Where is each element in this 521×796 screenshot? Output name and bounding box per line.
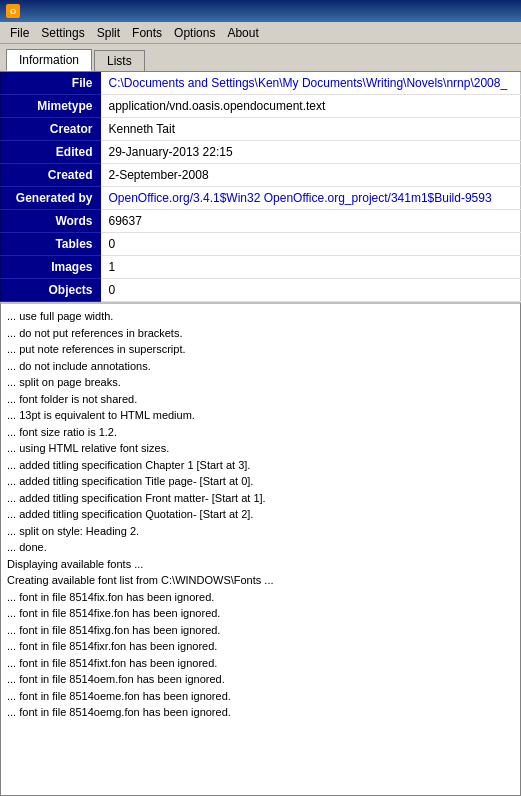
tab-lists[interactable]: Lists <box>94 50 145 71</box>
info-row-7: Tables0 <box>1 233 521 256</box>
info-value-8: 1 <box>101 256 521 279</box>
tab-bar: InformationLists <box>0 44 521 72</box>
log-line: Displaying available fonts ... <box>7 556 514 573</box>
log-line: ... font in file 8514oem.fon has been ig… <box>7 671 514 688</box>
menu-item-split[interactable]: Split <box>91 24 126 42</box>
log-line: ... font in file 8514fixe.fon has been i… <box>7 605 514 622</box>
info-label-3: Edited <box>1 141 101 164</box>
log-line: ... done. <box>7 539 514 556</box>
title-bar: O <box>0 0 521 22</box>
log-line: ... do not include annotations. <box>7 358 514 375</box>
menu-item-file[interactable]: File <box>4 24 35 42</box>
log-line: ... using HTML relative font sizes. <box>7 440 514 457</box>
main-content: FileC:\Documents and Settings\Ken\My Doc… <box>0 72 521 796</box>
info-label-1: Mimetype <box>1 95 101 118</box>
log-line: ... do not put references in brackets. <box>7 325 514 342</box>
info-label-4: Created <box>1 164 101 187</box>
info-label-9: Objects <box>1 279 101 302</box>
info-value-2: Kenneth Tait <box>101 118 521 141</box>
info-table: FileC:\Documents and Settings\Ken\My Doc… <box>0 72 521 302</box>
log-line: ... 13pt is equivalent to HTML medium. <box>7 407 514 424</box>
info-label-6: Words <box>1 210 101 233</box>
menu-item-about[interactable]: About <box>221 24 264 42</box>
log-line: ... use full page width. <box>7 308 514 325</box>
menu-item-fonts[interactable]: Fonts <box>126 24 168 42</box>
log-line: ... font in file 8514fixr.fon has been i… <box>7 638 514 655</box>
info-row-2: CreatorKenneth Tait <box>1 118 521 141</box>
info-value-0: C:\Documents and Settings\Ken\My Documen… <box>101 72 521 95</box>
log-line: ... font size ratio is 1.2. <box>7 424 514 441</box>
menu-bar: FileSettingsSplitFontsOptionsAbout <box>0 22 521 44</box>
log-line: ... added titling specification Title pa… <box>7 473 514 490</box>
info-value-3: 29-January-2013 22:15 <box>101 141 521 164</box>
info-row-8: Images1 <box>1 256 521 279</box>
log-line: Creating available font list from C:\WIN… <box>7 572 514 589</box>
info-row-4: Created2-September-2008 <box>1 164 521 187</box>
info-value-1: application/vnd.oasis.opendocument.text <box>101 95 521 118</box>
log-line: ... added titling specification Chapter … <box>7 457 514 474</box>
log-line: ... font in file 8514fix.fon has been ig… <box>7 589 514 606</box>
info-value-9: 0 <box>101 279 521 302</box>
info-label-2: Creator <box>1 118 101 141</box>
log-line: ... added titling specification Quotatio… <box>7 506 514 523</box>
info-row-0: FileC:\Documents and Settings\Ken\My Doc… <box>1 72 521 95</box>
log-line: ... font in file 8514fixt.fon has been i… <box>7 655 514 672</box>
info-label-8: Images <box>1 256 101 279</box>
info-row-3: Edited29-January-2013 22:15 <box>1 141 521 164</box>
log-area[interactable]: ... use full page width.... do not put r… <box>0 302 521 796</box>
log-line: ... split on page breaks. <box>7 374 514 391</box>
log-line: ... added titling specification Front ma… <box>7 490 514 507</box>
info-row-6: Words69637 <box>1 210 521 233</box>
log-line: ... font in file 8514fixg.fon has been i… <box>7 622 514 639</box>
tab-information[interactable]: Information <box>6 49 92 71</box>
info-value-6: 69637 <box>101 210 521 233</box>
info-value-4: 2-September-2008 <box>101 164 521 187</box>
menu-item-options[interactable]: Options <box>168 24 221 42</box>
info-label-7: Tables <box>1 233 101 256</box>
info-value-7: 0 <box>101 233 521 256</box>
log-line: ... put note references in superscript. <box>7 341 514 358</box>
log-line: ... font in file 8514oemg.fon has been i… <box>7 704 514 721</box>
info-value-5: OpenOffice.org/3.4.1$Win32 OpenOffice.or… <box>101 187 521 210</box>
info-row-9: Objects0 <box>1 279 521 302</box>
info-row-1: Mimetypeapplication/vnd.oasis.opendocume… <box>1 95 521 118</box>
app-icon: O <box>6 4 20 18</box>
info-label-5: Generated by <box>1 187 101 210</box>
info-row-5: Generated byOpenOffice.org/3.4.1$Win32 O… <box>1 187 521 210</box>
log-line: ... split on style: Heading 2. <box>7 523 514 540</box>
menu-item-settings[interactable]: Settings <box>35 24 90 42</box>
log-line: ... font in file 8514oeme.fon has been i… <box>7 688 514 705</box>
log-line: ... font folder is not shared. <box>7 391 514 408</box>
info-label-0: File <box>1 72 101 95</box>
